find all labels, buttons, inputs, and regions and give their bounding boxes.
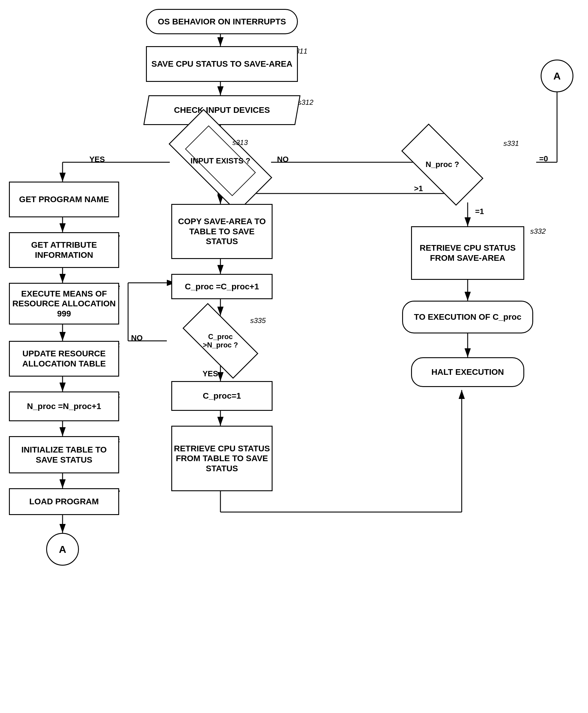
label-s331: s331: [503, 139, 519, 148]
s333-label: COPY SAVE-AREA TO TABLE TO SAVE STATUS: [172, 216, 272, 246]
eq0-label: =0: [539, 154, 548, 164]
yes-label-s335: YES: [203, 369, 218, 379]
yes-label: YES: [89, 155, 105, 164]
node-s336: C_proc=1: [171, 381, 273, 411]
start-node: OS BEHAVIOR ON INTERRUPTS: [146, 9, 298, 34]
connector-a-bottom-label: A: [59, 543, 66, 556]
s327-label: LOAD PROGRAM: [29, 497, 99, 507]
connector-a-bottom: A: [46, 533, 79, 566]
eq1-label: =1: [475, 207, 484, 216]
halt-label: HALT EXECUTION: [431, 367, 504, 377]
node-s332: RETRIEVE CPU STATUS FROM SAVE-AREA: [411, 226, 524, 280]
start-label: OS BEHAVIOR ON INTERRUPTS: [158, 17, 286, 27]
node-s322: GET ATTRIBUTE INFORMATION: [9, 232, 119, 268]
node-s313: INPUT EXISTS ?: [173, 137, 268, 185]
node-s324: UPDATE RESOURCE ALLOCATION TABLE: [9, 341, 119, 376]
node-s321: GET PROGRAM NAME: [9, 181, 119, 217]
node-s323: EXECUTE MEANS OF RESOURCE ALLOCATION 999: [9, 283, 119, 324]
node-s311: SAVE CPU STATUS TO SAVE-AREA: [146, 46, 298, 82]
label-s332: s332: [530, 227, 546, 236]
node-s334: C_proc =C_proc+1: [171, 274, 273, 299]
node-s326: INITIALIZE TABLE TO SAVE STATUS: [9, 436, 119, 473]
s332-label: RETRIEVE CPU STATUS FROM SAVE-AREA: [412, 243, 523, 263]
s313-label: INPUT EXISTS ?: [191, 156, 251, 166]
s326-label: INITIALIZE TABLE TO SAVE STATUS: [10, 445, 118, 465]
node-s337: RETRIEVE CPU STATUS FROM TABLE TO SAVE S…: [171, 426, 273, 491]
node-s327: LOAD PROGRAM: [9, 488, 119, 515]
s312-label: CHECK INPUT DEVICES: [174, 105, 270, 115]
s334-label: C_proc =C_proc+1: [185, 282, 259, 292]
s322-label: GET ATTRIBUTE INFORMATION: [10, 240, 118, 260]
label-s312: s312: [298, 98, 313, 107]
s311-label: SAVE CPU STATUS TO SAVE-AREA: [151, 59, 292, 69]
node-to-exec: TO EXECUTION OF C_proc: [402, 301, 533, 333]
label-s313: s313: [232, 138, 248, 147]
node-s335: C_proc>N_proc ?: [170, 314, 271, 368]
node-s325: N_proc =N_proc+1: [9, 391, 119, 421]
no-label-s335: NO: [131, 333, 143, 343]
connector-a-top: A: [541, 60, 573, 92]
s337-label: RETRIEVE CPU STATUS FROM TABLE TO SAVE S…: [172, 444, 272, 474]
node-s333: COPY SAVE-AREA TO TABLE TO SAVE STATUS: [171, 204, 273, 259]
node-s331: N_proc ?: [387, 137, 498, 192]
s324-label: UPDATE RESOURCE ALLOCATION TABLE: [10, 349, 118, 369]
s321-label: GET PROGRAM NAME: [19, 194, 109, 204]
node-s312: CHECK INPUT DEVICES: [143, 95, 300, 125]
s336-label: C_proc=1: [203, 391, 241, 401]
s325-label: N_proc =N_proc+1: [27, 401, 101, 411]
flowchart: OS BEHAVIOR ON INTERRUPTS s311 SAVE CPU …: [0, 0, 588, 713]
to-exec-label: TO EXECUTION OF C_proc: [414, 312, 521, 322]
gt1-label: >1: [414, 184, 423, 193]
s323-label: EXECUTE MEANS OF RESOURCE ALLOCATION 999: [10, 289, 118, 319]
node-halt: HALT EXECUTION: [411, 357, 524, 387]
connector-a-top-label: A: [553, 70, 561, 82]
no-label: NO: [277, 155, 289, 164]
